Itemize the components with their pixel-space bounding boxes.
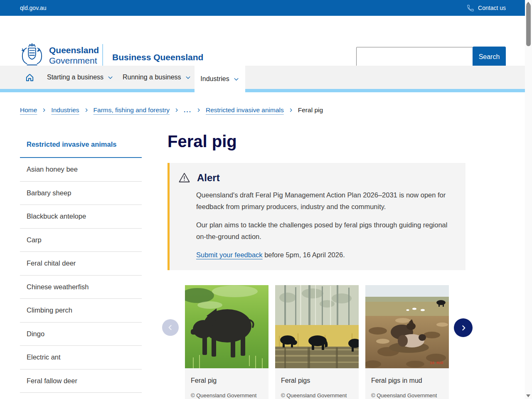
chevron-down-icon xyxy=(107,74,113,81)
sidebar-item-barbary-sheep[interactable]: Barbary sheep xyxy=(20,182,142,205)
alert-paragraph-2: Our plan aims to tackle the challenges p… xyxy=(196,219,457,242)
alert-paragraph-1: Queensland's draft Feral Pig Management … xyxy=(196,189,457,212)
org-name-line1: Queensland xyxy=(49,45,99,55)
sidebar-item-restricted-invasive-animals[interactable]: Restricted invasive animals xyxy=(20,134,142,158)
page: qld.gov.au Contact us xyxy=(0,0,532,399)
sidebar-item-dingo[interactable]: Dingo xyxy=(20,323,142,346)
sidebar-item-electric-ant[interactable]: Electric ant xyxy=(20,346,142,369)
warning-triangle-icon xyxy=(178,172,191,184)
contact-us-label: Contact us xyxy=(478,5,506,11)
site-header: Queensland Government Business Queenslan… xyxy=(0,16,525,66)
qld-gov-au-link[interactable]: qld.gov.au xyxy=(20,5,47,11)
nav-home-button[interactable] xyxy=(25,66,34,89)
chevron-right-icon xyxy=(288,108,293,113)
nav-item-label: Starting a business xyxy=(47,74,103,81)
header-divider xyxy=(102,44,103,68)
phone-icon xyxy=(466,4,474,12)
chevron-right-icon xyxy=(196,108,201,113)
alert-paragraph-3: Submit your feedback before 5pm, 16 Apri… xyxy=(196,249,457,261)
carousel-previous-button[interactable] xyxy=(162,319,179,336)
site-title: Business Queensland xyxy=(112,52,203,62)
feral-pigs-in-mud-photo[interactable]: 16 MAR xyxy=(365,285,449,368)
alert-body: Queensland's draft Feral Pig Management … xyxy=(196,189,457,261)
breadcrumb-home[interactable]: Home xyxy=(20,106,37,114)
side-navigation: Restricted invasive animals Asian honey … xyxy=(20,134,142,393)
chevron-down-icon xyxy=(185,74,191,81)
page-title: Feral pig xyxy=(167,132,237,151)
photo-timestamp: 16 MAR xyxy=(430,361,443,365)
nav-item-label: Running a business xyxy=(123,74,181,81)
org-name-line2: Government xyxy=(49,55,99,66)
chevron-left-icon xyxy=(166,323,175,332)
sidebar-item-feral-fallow-deer[interactable]: Feral fallow deer xyxy=(20,369,142,393)
card-credit: © Queensland Government xyxy=(275,384,359,399)
alert-deadline-text: before 5pm, 16 April 2026. xyxy=(263,251,345,259)
feral-pigs-photo[interactable] xyxy=(275,285,359,368)
org-name: Queensland Government xyxy=(49,45,99,66)
breadcrumb-current-page: Feral pig xyxy=(298,106,323,114)
chevron-right-icon xyxy=(84,108,89,113)
sidebar-item-blackbuck-antelope[interactable]: Blackbuck antelope xyxy=(20,205,142,229)
alert-header: Alert xyxy=(178,172,466,184)
breadcrumb-industries[interactable]: Industries xyxy=(51,106,79,114)
breadcrumb: Home Industries Farms, fishing and fores… xyxy=(20,106,510,114)
carousel-card-feral-pig: Feral pig © Queensland Government xyxy=(185,285,268,399)
nav-item-running-a-business[interactable]: Running a business xyxy=(123,66,191,89)
breadcrumb-farms-fishing-forestry[interactable]: Farms, fishing and forestry xyxy=(94,106,170,114)
nav-accent-bar xyxy=(0,89,525,92)
carousel-next-button[interactable] xyxy=(454,318,473,337)
card-caption: Feral pig xyxy=(185,368,268,384)
submit-feedback-link[interactable]: Submit your feedback xyxy=(196,251,263,259)
vertical-scrollbar xyxy=(525,0,532,399)
alert-title: Alert xyxy=(197,172,220,184)
queensland-government-logo[interactable]: Queensland Government xyxy=(20,42,99,68)
sidebar-item-asian-honey-bee[interactable]: Asian honey bee xyxy=(20,158,142,182)
chevron-right-icon xyxy=(459,324,468,332)
feral-pig-photo[interactable] xyxy=(185,285,268,368)
carousel-card-feral-pigs-in-mud: 16 MAR Feral pigs in mud © Queensland Go… xyxy=(365,285,449,399)
chevron-down-icon xyxy=(233,76,239,82)
card-caption: Feral pigs in mud xyxy=(365,368,449,384)
breadcrumb-ellipsis[interactable]: ... xyxy=(184,106,192,114)
queensland-coat-of-arms-icon xyxy=(20,42,44,68)
scrollbar-thumb[interactable] xyxy=(526,4,531,46)
carousel-card-feral-pigs: Feral pigs © Queensland Government xyxy=(275,285,359,399)
sidebar-item-carp[interactable]: Carp xyxy=(20,229,142,252)
card-credit: © Queensland Government xyxy=(365,384,449,399)
contact-us-link[interactable]: Contact us xyxy=(466,0,506,16)
nav-item-label: Industries xyxy=(200,75,229,83)
top-utility-bar: qld.gov.au Contact us xyxy=(0,0,525,16)
card-caption: Feral pigs xyxy=(275,368,359,384)
sidebar-item-chinese-weatherfish[interactable]: Chinese weatherfish xyxy=(20,276,142,299)
sidebar-item-feral-chital-deer[interactable]: Feral chital deer xyxy=(20,252,142,276)
breadcrumb-restricted-invasive-animals[interactable]: Restricted invasive animals xyxy=(206,106,284,114)
nav-item-starting-a-business[interactable]: Starting a business xyxy=(47,66,113,89)
chevron-right-icon xyxy=(174,108,179,113)
sidebar-item-climbing-perch[interactable]: Climbing perch xyxy=(20,299,142,323)
card-credit: © Queensland Government xyxy=(185,384,268,399)
search-input[interactable] xyxy=(356,47,473,66)
nav-item-industries[interactable]: Industries xyxy=(195,66,245,92)
alert-box: Alert Queensland's draft Feral Pig Manag… xyxy=(167,163,466,270)
scrollbar-down-arrow[interactable] xyxy=(526,394,530,397)
chevron-right-icon xyxy=(42,108,47,113)
search-button[interactable]: Search xyxy=(473,47,506,67)
home-icon xyxy=(25,73,34,82)
